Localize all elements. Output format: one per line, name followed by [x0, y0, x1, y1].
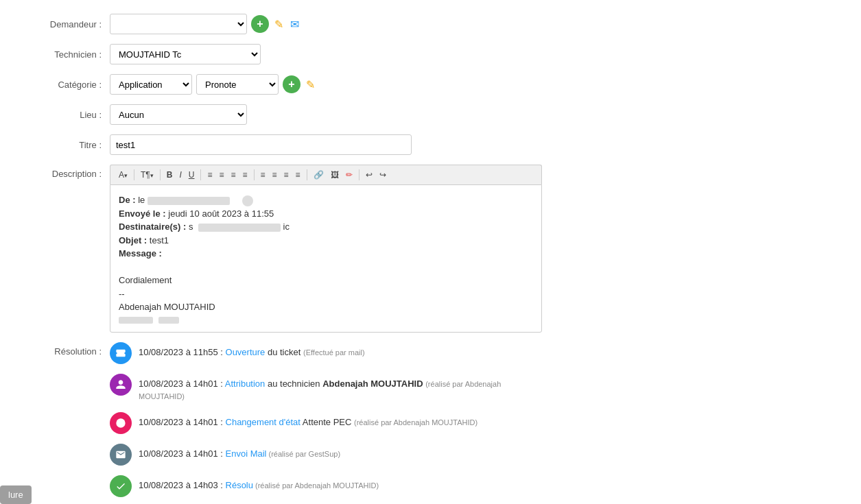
- event-time: 10/08/2023 à 14h03 :: [139, 480, 226, 490]
- lieu-label: Lieu :: [21, 110, 110, 120]
- event-small: (réalisé par Abdenajah MOUJTAHID): [253, 481, 379, 490]
- technicien-select[interactable]: MOUJTAHID Tc: [110, 44, 261, 64]
- titre-input[interactable]: [110, 134, 412, 155]
- toolbar-undo[interactable]: ↩: [363, 169, 375, 181]
- event-item: 10/08/2023 à 11h55 : Ouverture du ticket…: [110, 342, 542, 364]
- toolbar-italic[interactable]: I: [176, 169, 184, 181]
- categorie-add-button[interactable]: +: [283, 75, 300, 93]
- toolbar-indent[interactable]: ≡: [228, 169, 239, 181]
- event-link[interactable]: Changement d'état: [226, 417, 300, 427]
- from-label: De :: [119, 195, 136, 205]
- event-item: 10/08/2023 à 14h01 : Attribution au tech…: [110, 374, 542, 403]
- demandeur-add-button[interactable]: +: [251, 15, 269, 33]
- technicien-label: Technicien :: [21, 49, 110, 60]
- event-rest: Attente PEC: [300, 417, 354, 427]
- subject-value: test1: [150, 235, 169, 245]
- event-text: 10/08/2023 à 14h01 : Envoi Mail (réalisé…: [139, 444, 340, 460]
- resolution-label: Résolution :: [21, 342, 110, 357]
- event-link[interactable]: Attribution: [225, 379, 266, 389]
- description-label: Description :: [21, 165, 110, 179]
- toolbar-image[interactable]: 🖼: [328, 169, 342, 181]
- titre-label: Titre :: [21, 140, 110, 150]
- event-small: (Effectué par mail): [303, 348, 365, 357]
- event-text: 10/08/2023 à 14h03 : Résolu (réalisé par…: [139, 475, 379, 492]
- sent-label: Envoyé le :: [119, 208, 166, 219]
- ticket-icon: [110, 342, 132, 364]
- event-text: 10/08/2023 à 11h55 : Ouverture du ticket…: [139, 342, 365, 359]
- event-link[interactable]: Envoi Mail: [226, 448, 267, 459]
- event-time: 10/08/2023 à 14h01 :: [139, 448, 226, 459]
- categorie-select1[interactable]: Application: [110, 74, 192, 95]
- signature: Abdenajah MOUJTAHID: [119, 300, 533, 314]
- event-rest: au technicien Abdenajah MOUJTAHID: [265, 379, 425, 389]
- resolution-events: 10/08/2023 à 11h55 : Ouverture du ticket…: [110, 342, 542, 505]
- event-text: 10/08/2023 à 14h01 : Attribution au tech…: [139, 374, 542, 403]
- toolbar-redo[interactable]: ↪: [377, 169, 389, 181]
- cordialement: Cordialement: [119, 274, 533, 287]
- toolbar-align-center[interactable]: ≡: [270, 169, 280, 181]
- from-value: le: [138, 195, 148, 205]
- demandeur-label: Demandeur :: [21, 19, 110, 29]
- toolbar-a[interactable]: A▾: [116, 169, 130, 181]
- event-time: 10/08/2023 à 11h55 :: [139, 347, 226, 357]
- toolbar-ol[interactable]: ≡: [217, 169, 227, 181]
- toolbar-align-justify[interactable]: ≡: [293, 169, 303, 181]
- event-small: (réalisé par GestSup): [266, 450, 340, 458]
- toolbar-ul[interactable]: ≡: [204, 169, 215, 181]
- to-label: Destinataire(s) :: [119, 221, 186, 232]
- event-text: 10/08/2023 à 14h01 : Changement d'état A…: [139, 412, 477, 429]
- mail-icon: [110, 444, 132, 466]
- event-link[interactable]: Résolu: [226, 480, 253, 490]
- state-icon: [110, 412, 132, 434]
- lieu-select[interactable]: Aucun: [110, 104, 247, 125]
- event-link[interactable]: Ouverture: [226, 347, 266, 357]
- toolbar-color[interactable]: ✏: [343, 169, 355, 181]
- toolbar-link[interactable]: 🔗: [311, 169, 327, 181]
- separator: --: [119, 287, 533, 301]
- demandeur-mail-button[interactable]: ✉: [289, 16, 300, 32]
- event-time: 10/08/2023 à 14h01 :: [139, 379, 225, 389]
- event-rest: du ticket: [265, 347, 303, 357]
- toolbar-align-left[interactable]: ≡: [258, 169, 268, 181]
- event-item: 10/08/2023 à 14h01 : Envoi Mail (réalisé…: [110, 444, 542, 466]
- event-item: 10/08/2023 à 14h01 : Changement d'état A…: [110, 412, 542, 434]
- toolbar-align-right[interactable]: ≡: [281, 169, 292, 181]
- to-value: s: [189, 221, 193, 232]
- subject-label: Objet :: [119, 235, 147, 245]
- categorie-label: Catégorie :: [21, 80, 110, 90]
- close-button[interactable]: lure: [0, 485, 32, 504]
- toolbar-bold[interactable]: B: [164, 169, 176, 181]
- event-time: 10/08/2023 à 14h01 :: [139, 417, 226, 427]
- sent-value: jeudi 10 août 2023 à 11:55: [168, 208, 274, 219]
- toolbar-outdent[interactable]: ≡: [240, 169, 250, 181]
- demandeur-edit-button[interactable]: ✎: [273, 16, 285, 32]
- demandeur-select[interactable]: [110, 14, 247, 34]
- description-editor[interactable]: De : le Envoyé le : jeudi 10 août 2023 à…: [110, 184, 542, 333]
- check-icon: [110, 475, 132, 497]
- description-toolbar: A▾ T¶▾ B I U ≡ ≡ ≡ ≡ ≡ ≡ ≡ ≡: [110, 165, 542, 184]
- toolbar-paragraph[interactable]: T¶▾: [138, 169, 156, 181]
- categorie-edit-button[interactable]: ✎: [305, 77, 316, 93]
- event-item: 10/08/2023 à 14h03 : Résolu (réalisé par…: [110, 475, 542, 497]
- message-label: Message :: [119, 248, 162, 259]
- toolbar-underline[interactable]: U: [186, 169, 198, 181]
- person-icon: [110, 374, 132, 396]
- event-small: (réalisé par Abdenajah MOUJTAHID): [354, 418, 477, 427]
- categorie-select2[interactable]: Pronote: [196, 74, 279, 95]
- svg-point-0: [116, 418, 125, 427]
